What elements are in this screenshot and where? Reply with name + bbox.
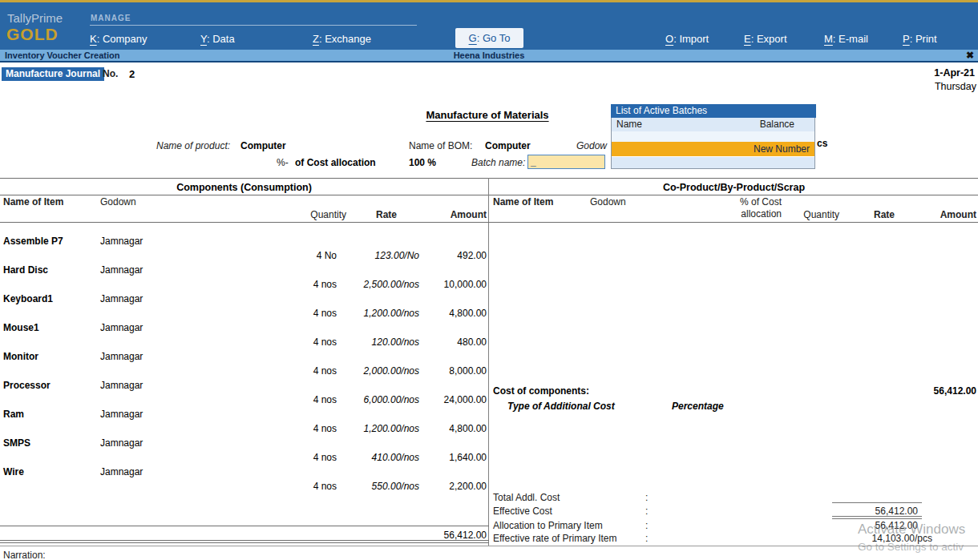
item-name: Wire	[3, 466, 24, 477]
voucher-day: Thursday	[935, 81, 976, 92]
item-rate: 2,500.00/nos	[335, 279, 419, 290]
col-header-pct-line2: allocation	[721, 208, 782, 220]
shortcut-key: Y	[200, 33, 207, 45]
summary-value: 56,412.00	[806, 506, 918, 517]
item-rate: 550.00/nos	[335, 481, 419, 492]
menu-print-button[interactable]: P: Print	[903, 30, 937, 48]
shortcut-key: K	[90, 33, 97, 45]
item-godown: Jamnagar	[100, 322, 143, 333]
item-godown: Jamnagar	[100, 293, 143, 304]
col-header-godown: Godown	[100, 196, 136, 207]
components-section-title: Components (Consumption)	[0, 182, 488, 193]
menu-data-button[interactable]: Y: Data	[200, 30, 235, 48]
total-double-rule	[0, 540, 489, 543]
menu-label: Export	[757, 33, 787, 45]
col-header-pct-line1: % of Cost	[721, 196, 782, 207]
item-amount: 4,800.00	[414, 423, 487, 434]
summary-label: Effective Cost	[493, 506, 552, 517]
menu-import-button[interactable]: O: Import	[665, 30, 709, 48]
summary-row-allocation-primary: Allocation to Primary Item:56,412.00	[493, 520, 934, 533]
shortcut-key: M	[824, 33, 833, 45]
item-qty: 4 No	[273, 250, 337, 261]
menu-company-button[interactable]: K: Company	[90, 30, 148, 48]
batch-name-label: Batch name:	[471, 157, 525, 168]
component-row[interactable]: Mouse1Jamnagar4 nos120.00/nos480.00	[0, 322, 488, 351]
item-qty: 4 nos	[273, 481, 337, 492]
menu-label: Exchange	[325, 33, 371, 45]
shortcut-key: P	[903, 33, 910, 45]
shortcut-key: G	[469, 32, 477, 44]
shortcut-sep: :	[910, 33, 913, 45]
component-row[interactable]: MonitorJamnagar4 nos2,000.00/nos8,000.00	[0, 351, 488, 380]
menu-email-button[interactable]: M: E-mail	[824, 30, 868, 48]
shortcut-sep: :	[673, 33, 677, 45]
menu-export-button[interactable]: E: Export	[744, 30, 787, 48]
bom-value[interactable]: Computer	[485, 140, 531, 151]
item-rate: 120.00/nos	[335, 336, 419, 348]
item-name: Monitor	[3, 351, 38, 362]
col-header-rate: Rate	[850, 209, 895, 220]
item-amount: 8,000.00	[414, 365, 487, 377]
shortcut-key: E	[744, 33, 751, 45]
component-row[interactable]: WireJamnagar4 nos550.00/nos2,200.00	[0, 466, 488, 495]
summary-label: Total Addl. Cost	[493, 492, 560, 503]
shortcut-key: O	[665, 33, 673, 45]
item-qty: 4 nos	[273, 279, 337, 290]
summary-value: 14,103.00/pcs	[806, 533, 932, 544]
summary-colon: :	[645, 506, 648, 517]
section-title-rule	[0, 195, 978, 195]
additional-cost-type-label[interactable]: Type of Additional Cost	[507, 401, 615, 412]
item-rate: 6,000.00/nos	[335, 394, 419, 405]
coproduct-section-title: Co-Product/By-Product/Scrap	[490, 182, 978, 193]
product-name-value[interactable]: Computer	[240, 140, 286, 151]
item-amount: 24,000.00	[414, 394, 487, 405]
close-icon[interactable]: ✖	[966, 50, 974, 61]
shortcut-sep: :	[477, 32, 480, 44]
item-amount: 4,800.00	[414, 308, 487, 319]
narration-label[interactable]: Narration:	[3, 550, 46, 560]
component-row[interactable]: RamJamnagar4 nos1,200.00/nos4,800.00	[0, 409, 488, 437]
menu-exchange-button[interactable]: Z: Exchange	[313, 30, 371, 48]
item-amount: 2,200.00	[414, 481, 487, 492]
item-name: Hard Disc	[3, 264, 48, 276]
popup-item-new-number[interactable]: New Number	[612, 142, 814, 157]
shortcut-sep: :	[751, 33, 754, 45]
component-row[interactable]: ProcessorJamnagar4 nos6,000.00/nos24,000…	[0, 380, 488, 409]
col-header-amount: Amount	[904, 209, 976, 220]
tallyprime-window: TallyPrime GOLD MANAGE K: Company Y: Dat…	[0, 0, 978, 560]
component-row[interactable]: Keyboard1Jamnagar4 nos1,200.00/nos4,800.…	[0, 293, 488, 322]
menu-label: Import	[679, 33, 709, 45]
popup-col-name: Name	[616, 119, 642, 130]
menu-label: Company	[103, 33, 148, 45]
cost-allocation-value[interactable]: 100 %	[409, 157, 436, 168]
item-name: Keyboard1	[3, 293, 53, 304]
company-name: Heena Industries	[0, 50, 978, 60]
component-row[interactable]: Hard DiscJamnagar4 nos2,500.00/nos10,000…	[0, 264, 488, 293]
cost-of-components-value: 56,412.00	[848, 385, 976, 397]
app-logo-gold: GOLD	[6, 25, 59, 44]
menu-label: Print	[915, 33, 937, 45]
component-row[interactable]: SMPSJamnagar4 nos410.00/nos1,640.00	[0, 437, 488, 466]
item-amount: 480.00	[414, 336, 487, 348]
shortcut-key: Z	[313, 33, 319, 45]
summary-colon: :	[645, 520, 648, 531]
voucher-type-badge: Manufacture Journal	[2, 67, 104, 81]
voucher-no-value[interactable]: 2	[129, 68, 135, 80]
batch-name-input[interactable]: _	[527, 155, 605, 169]
cost-allocation-label: of Cost allocation	[295, 157, 376, 168]
screen-title-bar: Inventory Voucher Creation Heena Industr…	[0, 50, 978, 62]
col-header-item: Name of Item	[3, 196, 63, 207]
components-total: 56,412.00	[398, 530, 487, 541]
shortcut-sep: :	[97, 33, 100, 45]
item-godown: Jamnagar	[100, 409, 143, 420]
additional-cost-percentage-label: Percentage	[672, 401, 724, 412]
popup-title: List of Active Batches	[611, 104, 816, 118]
component-row[interactable]: Assemble P7Jamnagar4 No123.00/No492.00	[0, 236, 488, 264]
col-header-godown: Godown	[590, 196, 626, 207]
item-qty: 4 nos	[273, 423, 337, 434]
voucher-date[interactable]: 1-Apr-21	[934, 67, 975, 79]
goto-button[interactable]: G: Go To	[455, 28, 523, 48]
item-qty: 4 nos	[273, 365, 337, 377]
shortcut-sep: :	[319, 33, 322, 45]
bom-label: Name of BOM:	[409, 140, 472, 151]
